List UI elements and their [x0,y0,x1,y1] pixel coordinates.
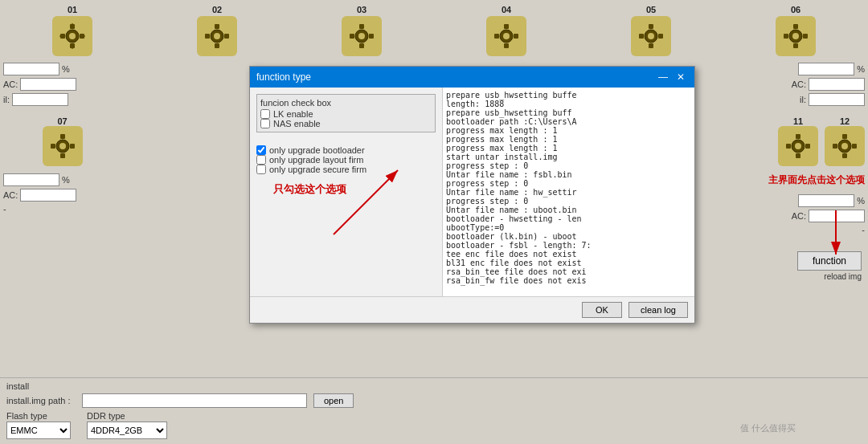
svg-rect-38 [658,34,663,39]
gear-icon-12 [825,126,865,166]
right-il-label: il: [800,95,806,104]
ok-button[interactable]: OK [582,302,622,318]
svg-rect-59 [796,153,800,158]
only-upgrade-layout-checkbox[interactable] [256,155,266,165]
only-upgrade-secure-checkbox[interactable] [256,165,266,174]
icon-label-07-left: 07 [57,116,67,126]
svg-rect-24 [369,34,374,39]
clean-log-button[interactable]: clean log [628,302,688,318]
icon-label-11: 11 [793,116,803,126]
svg-rect-50 [60,153,65,158]
right-column: % AC: il: 11 [711,58,868,355]
left-percent2-input[interactable] [3,173,59,186]
dialog-minimize-button[interactable]: — [656,71,670,84]
left-ac-label: AC: [3,79,18,89]
content-middle: % AC: il: 07 [0,58,868,355]
install-img-path-input[interactable] [82,393,307,408]
svg-point-57 [795,143,801,149]
svg-rect-15 [215,43,219,48]
svg-rect-61 [805,144,810,149]
dialog-footer: OK clean log [250,296,694,323]
lk-enable-checkbox[interactable] [260,109,270,119]
log-textarea[interactable]: prepare usb_hwsetting buffe length: 1888… [443,88,694,296]
right-ac2-label: AC: [792,211,806,221]
dialog-titlebar: function type — ✕ [250,67,694,88]
flash-type-group: Flash type EMMC NAND NOR [6,411,71,439]
install-row: install [6,381,862,391]
left-ac-input[interactable] [20,78,76,91]
svg-rect-58 [796,134,800,139]
center-column: function type — ✕ funcion check box LK e… [125,58,711,355]
gear-icon-01 [52,16,92,56]
svg-rect-23 [350,34,354,39]
left-ac-row: AC: [3,78,121,91]
left-il-row: il: [3,93,121,106]
dialog-controls: — ✕ [656,71,688,84]
gear-icon-02 [197,16,237,56]
only-upgrade-layout-label: only upgrade layout firm [269,155,363,165]
right-percent2-label: % [857,196,865,206]
nas-enable-checkbox[interactable] [260,119,270,128]
right-il-row: il: [800,93,865,106]
icon-label-12: 12 [840,116,850,126]
icon-slot-06: 06 [723,5,868,56]
gear-icon-06 [776,16,816,56]
open-button[interactable]: open [313,393,354,408]
ddr-type-select[interactable]: 4DDR4_2GB 2DDR4_1GB DDR3 [87,422,167,439]
bottom-bar: install install.img path : open Flash ty… [0,377,868,444]
gear-icon-07-left [43,126,83,166]
svg-rect-30 [494,34,499,39]
icon-slot-02: 02 [145,5,289,56]
dialog-close-button[interactable]: ✕ [674,71,688,84]
nas-enable-label: NAS enable [273,119,321,128]
function-check-label: funcion check box [260,98,432,108]
only-upgrade-bootloader-row: only upgrade bootloader [256,145,436,155]
flash-type-select[interactable]: EMMC NAND NOR [6,422,71,439]
svg-point-13 [214,33,220,39]
function-button[interactable]: function [797,251,862,271]
gear-icon-04 [486,16,526,56]
left-il-input[interactable] [12,93,68,106]
svg-rect-17 [224,34,229,39]
left-ac2-input[interactable] [20,189,76,202]
svg-rect-66 [842,153,847,158]
only-upgrade-secure-label: only upgrade secure firm [269,165,366,174]
function-type-dialog: function type — ✕ funcion check box LK e… [249,66,695,324]
ddr-type-label: DDR type [87,411,167,421]
only-upgrade-bootloader-checkbox[interactable] [256,145,266,155]
only-upgrade-secure-row: only upgrade secure firm [256,165,436,174]
svg-rect-42 [793,24,798,29]
left-percent-input[interactable] [3,63,59,75]
right-percent-label: % [857,64,865,74]
left-column: % AC: il: 07 [0,58,125,355]
left-il-label: il: [3,95,10,104]
icon-label-04: 04 [502,5,511,14]
top-icons-row: 01 [0,0,868,58]
gear-icon-05 [631,16,671,56]
only-upgrade-layout-row: only upgrade layout firm [256,155,436,165]
svg-point-27 [503,33,510,39]
gear-icon-11 [778,126,818,166]
left-percent-row: % [3,63,121,75]
svg-rect-31 [514,34,518,39]
svg-rect-22 [359,43,364,48]
icon-11-area: 11 [778,116,818,166]
icon-slot-01: 01 [0,5,145,56]
right-percent2-input[interactable] [798,194,854,207]
nas-enable-row: NAS enable [260,119,432,128]
right-percent-input[interactable] [798,63,854,75]
right-il-input[interactable] [809,93,865,106]
icon-slot-03: 03 [289,5,434,56]
right-ac2-input[interactable] [809,210,865,222]
dialog-right-panel: prepare usb_hwsetting buffe length: 1888… [443,88,694,296]
flash-ddr-row: Flash type EMMC NAND NOR DDR type 4DDR4_… [6,411,862,439]
left-icon-07-area: 07 [3,116,121,166]
svg-rect-37 [639,34,644,39]
install-img-row: install.img path : open [6,393,862,408]
function-check-box-area: funcion check box LK enable NAS enable [256,94,436,132]
svg-rect-51 [51,144,55,149]
install-label: install [6,381,29,391]
svg-rect-29 [504,43,509,48]
reload-label: reload img [824,272,862,281]
right-ac-input[interactable] [809,78,865,91]
